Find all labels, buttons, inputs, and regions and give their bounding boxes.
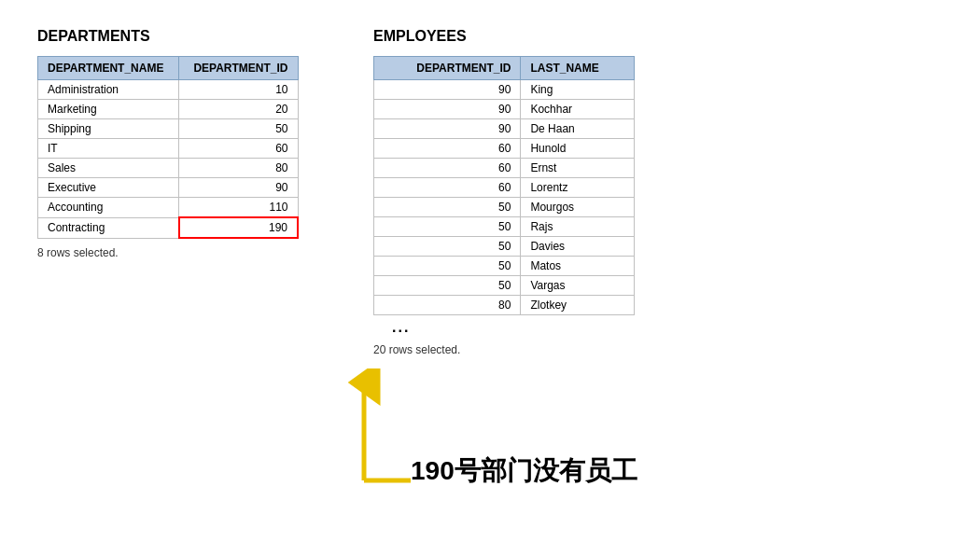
emp-dept-id-cell: 60: [374, 139, 521, 159]
table-row: 60Lorentz: [374, 178, 635, 198]
departments-title: DEPARTMENTS: [37, 28, 299, 45]
emp-last-name-cell: Rajs: [521, 217, 635, 237]
employees-table: DEPARTMENT_ID LAST_NAME 90King90Kochhar9…: [373, 56, 635, 315]
dept-id-cell: 90: [179, 178, 298, 198]
table-row: Marketing20: [38, 100, 299, 119]
emp-last-name-cell: Lorentz: [521, 178, 635, 198]
emp-last-name-cell: King: [521, 80, 635, 100]
table-row: Shipping50: [38, 119, 299, 139]
emp-last-name-cell: Zlotkey: [521, 296, 635, 315]
table-row: 50Rajs: [374, 217, 635, 237]
emp-dept-id-cell: 50: [374, 276, 521, 296]
dept-id-cell: 50: [179, 119, 298, 139]
departments-section: DEPARTMENTS DEPARTMENT_NAME DEPARTMENT_I…: [37, 28, 299, 356]
table-row: 50Matos: [374, 257, 635, 276]
table-row: 50Davies: [374, 237, 635, 257]
dept-id-cell: 10: [179, 80, 298, 100]
dept-name-cell: Accounting: [38, 198, 179, 218]
table-row: 50Vargas: [374, 276, 635, 296]
annotation-text: 190号部门没有员工: [411, 453, 637, 489]
table-row: 90De Haan: [374, 119, 635, 139]
emp-dept-id-cell: 50: [374, 217, 521, 237]
dept-name-cell: Executive: [38, 178, 179, 198]
dept-name-cell: IT: [38, 139, 179, 159]
dept-name-cell: Marketing: [38, 100, 179, 119]
table-row: 80Zlotkey: [374, 296, 635, 315]
dept-id-header: DEPARTMENT_ID: [179, 57, 298, 80]
dept-name-cell: Sales: [38, 159, 179, 178]
table-row: 60Hunold: [374, 139, 635, 159]
table-row: 50Mourgos: [374, 198, 635, 217]
table-row: Executive90: [38, 178, 299, 198]
emp-last-name-cell: Matos: [521, 257, 635, 276]
emp-dept-id-cell: 90: [374, 100, 521, 119]
emp-dept-id-cell: 90: [374, 80, 521, 100]
emp-dept-id-cell: 60: [374, 159, 521, 178]
emp-dept-id-cell: 50: [374, 257, 521, 276]
dept-id-cell: 20: [179, 100, 298, 119]
dept-id-cell: 190: [179, 217, 298, 238]
dept-id-cell: 60: [179, 139, 298, 159]
dept-name-cell: Administration: [38, 80, 179, 100]
table-row: Contracting190: [38, 217, 299, 238]
emp-last-name-header: LAST_NAME: [521, 57, 635, 80]
emp-dept-id-cell: 90: [374, 119, 521, 139]
employees-title: EMPLOYEES: [373, 28, 635, 45]
emp-last-name-cell: Hunold: [521, 139, 635, 159]
emp-last-name-cell: Ernst: [521, 159, 635, 178]
emp-last-name-cell: Davies: [521, 237, 635, 257]
emp-last-name-cell: Mourgos: [521, 198, 635, 217]
emp-last-name-cell: Kochhar: [521, 100, 635, 119]
emp-row-count: 20 rows selected.: [373, 343, 635, 356]
emp-dept-id-header: DEPARTMENT_ID: [374, 57, 521, 80]
arrow-svg: [336, 368, 411, 490]
dept-row-count: 8 rows selected.: [37, 246, 299, 259]
table-row: 60Ernst: [374, 159, 635, 178]
table-row: 90King: [374, 80, 635, 100]
table-row: Administration10: [38, 80, 299, 100]
emp-last-name-cell: De Haan: [521, 119, 635, 139]
dept-id-cell: 80: [179, 159, 298, 178]
emp-dept-id-cell: 50: [374, 237, 521, 257]
dept-name-cell: Shipping: [38, 119, 179, 139]
employees-section: EMPLOYEES DEPARTMENT_ID LAST_NAME 90King…: [373, 28, 635, 356]
dept-name-cell: Contracting: [38, 217, 179, 238]
emp-dept-id-cell: 80: [374, 296, 521, 315]
emp-dept-id-cell: 50: [374, 198, 521, 217]
table-row: Sales80: [38, 159, 299, 178]
ellipsis-indicator: ...: [392, 319, 635, 336]
table-row: 90Kochhar: [374, 100, 635, 119]
departments-table: DEPARTMENT_NAME DEPARTMENT_ID Administra…: [37, 56, 299, 239]
emp-last-name-cell: Vargas: [521, 276, 635, 296]
emp-dept-id-cell: 60: [374, 178, 521, 198]
dept-name-header: DEPARTMENT_NAME: [38, 57, 179, 80]
table-row: IT60: [38, 139, 299, 159]
table-row: Accounting110: [38, 198, 299, 218]
dept-id-cell: 110: [179, 198, 298, 218]
